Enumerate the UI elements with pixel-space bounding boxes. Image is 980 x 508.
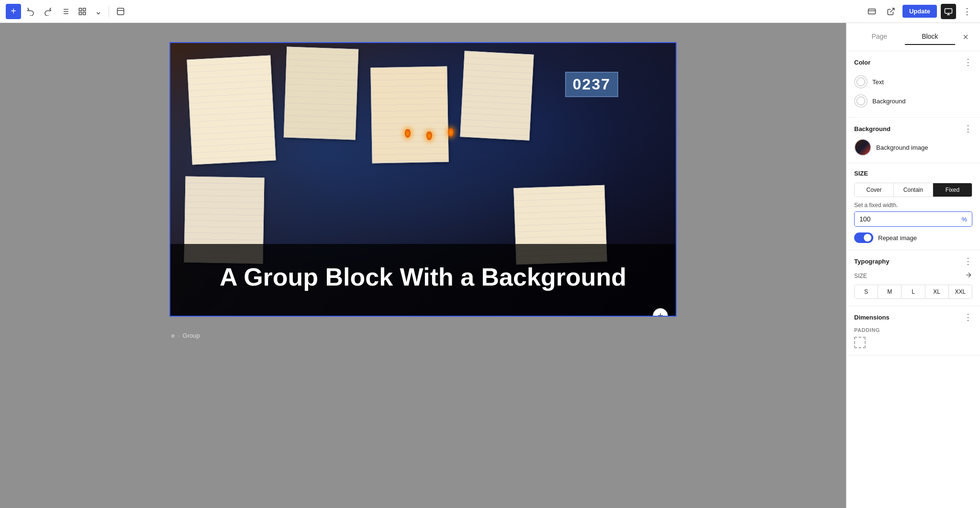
svg-rect-8 bbox=[79, 12, 81, 14]
panel-close-button[interactable]: × bbox=[959, 30, 972, 44]
toolbar-chevron[interactable]: ⌄ bbox=[92, 4, 105, 19]
typography-size-label: SIZE bbox=[854, 273, 867, 279]
tab-page[interactable]: Page bbox=[854, 29, 905, 45]
typo-size-s[interactable]: S bbox=[855, 285, 878, 298]
dimensions-section: Dimensions ⋮ PADDING bbox=[846, 306, 980, 355]
paper-3 bbox=[370, 66, 448, 164]
paper-4 bbox=[460, 51, 534, 140]
background-color-swatch-wrapper bbox=[854, 94, 868, 108]
typo-size-xxl[interactable]: XXL bbox=[949, 285, 972, 298]
toggle-knob bbox=[864, 234, 871, 242]
preview-button[interactable] bbox=[864, 4, 880, 19]
typo-size-xl[interactable]: XL bbox=[925, 285, 949, 298]
breadcrumb: e › Group bbox=[169, 328, 677, 343]
share-button[interactable] bbox=[883, 4, 899, 19]
typography-section-title: Typography bbox=[854, 258, 889, 265]
padding-box-icon[interactable] bbox=[854, 337, 866, 348]
dimensions-header: Dimensions ⋮ bbox=[854, 313, 972, 321]
paper-2 bbox=[284, 46, 359, 140]
undo-button[interactable] bbox=[23, 4, 38, 19]
redo-button[interactable] bbox=[40, 4, 56, 19]
toolbar: + ⌄ Update ⋮ bbox=[0, 0, 980, 23]
room-number: 0237 bbox=[565, 72, 618, 97]
fixed-width-input-row: % bbox=[854, 211, 972, 227]
toolbar-divider-1 bbox=[109, 6, 109, 17]
main-layout: 0237 A Group Block With a Background + e… bbox=[0, 23, 980, 508]
background-section-title: Background bbox=[854, 125, 891, 133]
background-section: Background ⋮ Background image bbox=[846, 118, 980, 163]
background-image-row[interactable]: Background image bbox=[854, 139, 972, 156]
bg-image-label: Background image bbox=[876, 144, 928, 151]
color-section-title: Color bbox=[854, 59, 870, 66]
light-2 bbox=[426, 132, 432, 140]
canvas-area: 0237 A Group Block With a Background + e… bbox=[0, 23, 846, 508]
text-color-swatch-wrapper bbox=[854, 75, 868, 88]
fixed-width-input[interactable] bbox=[855, 212, 957, 226]
desktop-view-button[interactable] bbox=[941, 4, 956, 19]
svg-rect-15 bbox=[945, 9, 952, 13]
details-button[interactable] bbox=[57, 4, 73, 19]
breadcrumb-separator: › bbox=[178, 332, 179, 339]
dimensions-title: Dimensions bbox=[854, 314, 890, 321]
svg-line-14 bbox=[890, 8, 894, 12]
size-section-header: SIZE bbox=[854, 170, 972, 177]
background-color-swatch bbox=[857, 97, 865, 105]
color-section-menu[interactable]: ⋮ bbox=[964, 58, 972, 66]
svg-rect-6 bbox=[79, 8, 81, 11]
text-color-label: Text bbox=[872, 78, 884, 86]
repeat-image-toggle[interactable] bbox=[854, 232, 873, 243]
text-color-swatch bbox=[857, 77, 865, 86]
repeat-image-label: Repeat image bbox=[878, 234, 917, 242]
size-cover-button[interactable]: Cover bbox=[855, 183, 894, 197]
paper-1 bbox=[187, 55, 276, 165]
group-block[interactable]: 0237 A Group Block With a Background + bbox=[169, 42, 677, 317]
color-section-header: Color ⋮ bbox=[854, 58, 972, 66]
typo-size-m[interactable]: M bbox=[878, 285, 902, 298]
typography-section-menu[interactable]: ⋮ bbox=[964, 257, 972, 265]
size-contain-button[interactable]: Contain bbox=[894, 183, 933, 197]
light-3 bbox=[448, 128, 454, 137]
background-section-header: Background ⋮ bbox=[854, 124, 972, 133]
fixed-width-label: Set a fixed width. bbox=[854, 202, 972, 209]
size-section-title: SIZE bbox=[854, 170, 868, 177]
tab-block[interactable]: Block bbox=[905, 29, 956, 45]
repeat-image-row: Repeat image bbox=[854, 232, 972, 243]
svg-rect-10 bbox=[117, 8, 124, 15]
block-button[interactable] bbox=[75, 4, 90, 19]
background-color-label: Background bbox=[872, 98, 905, 105]
dimensions-menu[interactable]: ⋮ bbox=[964, 313, 972, 321]
typo-size-l[interactable]: L bbox=[902, 285, 925, 298]
block-background: 0237 A Group Block With a Background bbox=[170, 43, 676, 316]
typography-resize-icon[interactable] bbox=[965, 271, 972, 281]
typography-resize-controls bbox=[965, 271, 972, 281]
color-background-option[interactable]: Background bbox=[854, 91, 972, 110]
text-overlay: A Group Block With a Background bbox=[170, 244, 676, 316]
block-title: A Group Block With a Background bbox=[180, 263, 666, 292]
bg-thumbnail bbox=[854, 139, 871, 156]
svg-rect-12 bbox=[868, 9, 875, 14]
light-1 bbox=[405, 129, 411, 138]
typography-section: Typography ⋮ SIZE S M L XL XXL bbox=[846, 250, 980, 306]
block-type-button[interactable] bbox=[113, 4, 128, 19]
svg-rect-7 bbox=[83, 8, 86, 11]
right-panel: Page Block × Color ⋮ Text Background bbox=[846, 23, 980, 508]
color-text-option[interactable]: Text bbox=[854, 72, 972, 91]
breadcrumb-group: Group bbox=[183, 332, 200, 339]
fixed-width-unit[interactable]: % bbox=[957, 212, 972, 226]
typography-size-buttons: S M L XL XXL bbox=[854, 285, 972, 299]
update-button[interactable]: Update bbox=[902, 5, 937, 18]
size-buttons-group: Cover Contain Fixed bbox=[854, 183, 972, 197]
padding-label: PADDING bbox=[854, 327, 972, 333]
color-section: Color ⋮ Text Background bbox=[846, 51, 980, 118]
toolbar-more-menu[interactable]: ⋮ bbox=[960, 4, 974, 19]
size-fixed-button[interactable]: Fixed bbox=[933, 183, 972, 197]
panel-header: Page Block × bbox=[846, 23, 980, 51]
background-section-menu[interactable]: ⋮ bbox=[964, 124, 972, 133]
breadcrumb-root: e bbox=[171, 332, 175, 339]
typography-section-header: Typography ⋮ bbox=[854, 257, 972, 265]
add-block-button[interactable]: + bbox=[6, 4, 21, 19]
svg-rect-9 bbox=[83, 12, 86, 14]
size-section: SIZE Cover Contain Fixed Set a fixed wid… bbox=[846, 163, 980, 250]
